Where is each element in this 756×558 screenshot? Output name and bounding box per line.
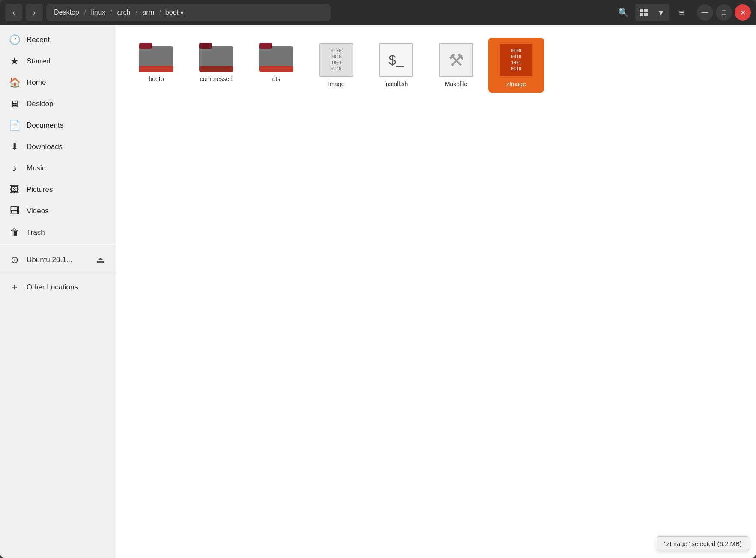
recent-icon: 🕐: [9, 34, 21, 45]
videos-icon: 🎞: [9, 206, 21, 217]
file-item-dts[interactable]: dts: [248, 38, 304, 93]
sidebar-item-other-locations[interactable]: + Other Locations: [0, 277, 116, 298]
file-manager-window: ‹ › Desktop / linux / arch / arm / boot …: [0, 0, 756, 558]
eject-button[interactable]: ⏏: [93, 253, 107, 267]
home-icon: 🏠: [9, 77, 21, 88]
sidebar-divider-2: [0, 274, 116, 274]
breadcrumb-arm[interactable]: arm: [138, 7, 158, 18]
sidebar-videos-label: Videos: [27, 207, 49, 215]
view-toggle-group: ▾: [635, 4, 669, 21]
sidebar-item-desktop[interactable]: 🖥 Desktop: [0, 93, 116, 115]
breadcrumb-dropdown-arrow: ▾: [180, 9, 184, 17]
file-grid: bootp compressed: [128, 38, 743, 93]
sidebar-item-ubuntu-drive[interactable]: ⊙ Ubuntu 20.1... ⏏: [0, 249, 116, 271]
sidebar-downloads-label: Downloads: [27, 143, 63, 151]
svg-rect-1: [644, 9, 648, 12]
sidebar-recent-label: Recent: [27, 36, 50, 44]
sidebar-divider-1: [0, 246, 116, 246]
svg-rect-3: [644, 13, 648, 16]
svg-rect-13: [259, 66, 293, 72]
documents-icon: 📄: [9, 120, 21, 131]
sidebar-documents-label: Documents: [27, 121, 63, 130]
file-name-bootp: bootp: [149, 75, 164, 82]
folder-icon-compressed: [199, 43, 233, 72]
pictures-icon: 🖼: [9, 184, 21, 195]
breadcrumb-sep-4: /: [159, 9, 161, 16]
maximize-button[interactable]: □: [716, 4, 732, 21]
breadcrumb-arch[interactable]: arch: [113, 7, 134, 18]
status-text: "zImage" selected (6.2 MB): [664, 540, 742, 547]
breadcrumb-sep-1: /: [84, 9, 86, 16]
binary-file-icon-image: 0100 0010 1001 0110: [319, 43, 353, 77]
other-locations-icon: +: [9, 282, 21, 293]
svg-rect-12: [259, 43, 272, 49]
main-content: 🕐 Recent ★ Starred 🏠 Home 🖥 Desktop 📄 Do…: [0, 25, 756, 558]
script-file-icon: $_: [379, 43, 413, 77]
breadcrumb-bar: Desktop / linux / arch / arm / boot ▾: [46, 4, 331, 21]
grid-view-icon: [639, 8, 648, 17]
sidebar-item-starred[interactable]: ★ Starred: [0, 51, 116, 72]
sidebar-pictures-label: Pictures: [27, 185, 53, 194]
file-name-makefile: Makefile: [445, 81, 467, 87]
svg-rect-10: [199, 66, 233, 72]
sidebar-item-documents[interactable]: 📄 Documents: [0, 115, 116, 136]
breadcrumb-linux[interactable]: linux: [87, 7, 110, 18]
desktop-icon: 🖥: [9, 98, 21, 110]
sidebar: 🕐 Recent ★ Starred 🏠 Home 🖥 Desktop 📄 Do…: [0, 25, 116, 558]
sidebar-item-videos[interactable]: 🎞 Videos: [0, 200, 116, 222]
close-button[interactable]: ✕: [735, 4, 751, 21]
file-name-image: Image: [328, 81, 345, 87]
sidebar-item-downloads[interactable]: ⬇ Downloads: [0, 136, 116, 158]
drive-icon: ⊙: [9, 254, 21, 266]
sidebar-desktop-label: Desktop: [27, 100, 53, 108]
file-item-install-sh[interactable]: $_ install.sh: [368, 38, 424, 93]
search-button[interactable]: 🔍: [615, 4, 632, 21]
folder-icon-bootp: [139, 43, 173, 72]
music-icon: ♪: [9, 163, 21, 174]
folder-icon-dts: [259, 43, 293, 72]
makefile-file-icon: ⚒: [439, 43, 473, 77]
forward-button[interactable]: ›: [26, 4, 43, 21]
breadcrumb-boot-dropdown[interactable]: boot ▾: [162, 7, 187, 18]
sidebar-item-home[interactable]: 🏠 Home: [0, 72, 116, 93]
file-name-install-sh: install.sh: [385, 81, 408, 87]
trash-icon: 🗑: [9, 227, 21, 238]
icon-view-button[interactable]: [635, 4, 652, 21]
breadcrumb-sep-2: /: [111, 9, 112, 16]
file-name-compressed: compressed: [200, 75, 233, 82]
binary-file-icon-zimage: 0100 0010 1001 0110: [499, 43, 533, 77]
sidebar-drive-label: Ubuntu 20.1...: [27, 256, 72, 264]
breadcrumb-desktop[interactable]: Desktop: [50, 7, 84, 18]
sidebar-item-music[interactable]: ♪ Music: [0, 158, 116, 179]
svg-rect-2: [640, 13, 643, 16]
svg-rect-0: [640, 9, 643, 12]
breadcrumb-sep-3: /: [136, 9, 137, 16]
file-area: bootp compressed: [116, 25, 756, 558]
sidebar-item-trash[interactable]: 🗑 Trash: [0, 222, 116, 243]
downloads-icon: ⬇: [9, 141, 21, 152]
breadcrumb-boot-label: boot: [165, 9, 179, 16]
file-item-zimage[interactable]: 0100 0010 1001 0110 zImage: [488, 38, 544, 93]
svg-rect-7: [139, 66, 173, 72]
sidebar-starred-label: Starred: [27, 57, 51, 66]
back-button[interactable]: ‹: [5, 4, 22, 21]
status-bar: "zImage" selected (6.2 MB): [657, 536, 749, 551]
svg-rect-5: [139, 43, 152, 49]
titlebar: ‹ › Desktop / linux / arch / arm / boot …: [0, 0, 756, 25]
sidebar-other-locations-label: Other Locations: [27, 283, 78, 292]
sort-dropdown-button[interactable]: ▾: [652, 4, 669, 21]
sidebar-item-pictures[interactable]: 🖼 Pictures: [0, 179, 116, 200]
file-item-makefile[interactable]: ⚒ Makefile: [428, 38, 484, 93]
sidebar-trash-label: Trash: [27, 228, 45, 237]
file-name-dts: dts: [272, 75, 281, 82]
file-name-zimage: zImage: [506, 81, 526, 87]
sidebar-item-recent[interactable]: 🕐 Recent: [0, 29, 116, 51]
file-item-compressed[interactable]: compressed: [188, 38, 244, 93]
window-controls: — □ ✕: [697, 4, 751, 21]
sidebar-home-label: Home: [27, 78, 46, 87]
hamburger-menu-button[interactable]: ≡: [673, 4, 690, 21]
file-item-image[interactable]: 0100 0010 1001 0110 Image: [308, 38, 364, 93]
minimize-button[interactable]: —: [697, 4, 713, 21]
file-item-bootp[interactable]: bootp: [128, 38, 184, 93]
svg-rect-9: [199, 43, 212, 49]
